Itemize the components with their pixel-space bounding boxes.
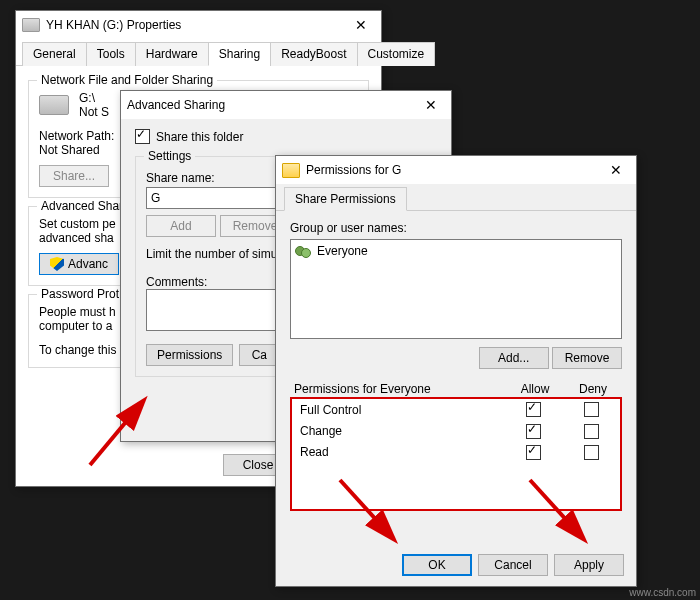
everyone-label: Everyone bbox=[317, 244, 368, 258]
properties-tabs: General Tools Hardware Sharing ReadyBoos… bbox=[16, 41, 381, 66]
advanced-sharing-button-label: Advanc bbox=[68, 257, 108, 271]
perm-name: Change bbox=[292, 420, 504, 441]
deny-checkbox[interactable] bbox=[584, 424, 599, 439]
tab-tools[interactable]: Tools bbox=[86, 42, 136, 66]
permissions-highlight: Full ControlChangeRead bbox=[290, 397, 622, 511]
perm-ok-button[interactable]: OK bbox=[402, 554, 472, 576]
remove-user-button[interactable]: Remove bbox=[552, 347, 622, 369]
allow-checkbox[interactable] bbox=[526, 402, 541, 417]
tab-general[interactable]: General bbox=[22, 42, 87, 66]
tab-hardware[interactable]: Hardware bbox=[135, 42, 209, 66]
allow-checkbox[interactable] bbox=[526, 424, 541, 439]
permissions-title: Permissions for G bbox=[306, 163, 602, 177]
perm-row: Full Control bbox=[292, 399, 620, 420]
allow-checkbox[interactable] bbox=[526, 445, 541, 460]
network-path-value: Not Shared bbox=[39, 143, 100, 157]
drive-icon-large bbox=[39, 95, 69, 115]
perm-row: Change bbox=[292, 420, 620, 441]
perm-cancel-button[interactable]: Cancel bbox=[478, 554, 548, 576]
permissions-tabs: Share Permissions bbox=[276, 186, 636, 211]
group-network-sharing-legend: Network File and Folder Sharing bbox=[37, 73, 217, 87]
properties-title: YH KHAN (G:) Properties bbox=[46, 18, 347, 32]
group-password-legend: Password Prot bbox=[37, 287, 123, 301]
drive-path: G:\ bbox=[79, 91, 109, 105]
settings-legend: Settings bbox=[144, 149, 195, 163]
perm-apply-button[interactable]: Apply bbox=[554, 554, 624, 576]
permissions-titlebar[interactable]: Permissions for G ✕ bbox=[276, 156, 636, 184]
network-path-label: Network Path: bbox=[39, 129, 114, 143]
tab-sharing[interactable]: Sharing bbox=[208, 42, 271, 66]
deny-header: Deny bbox=[564, 379, 622, 399]
close-icon[interactable]: ✕ bbox=[602, 159, 630, 181]
permissions-window: Permissions for G ✕ Share Permissions Gr… bbox=[275, 155, 637, 587]
shield-icon bbox=[50, 257, 64, 271]
group-advanced-sharing-legend: Advanced Shar bbox=[37, 199, 127, 213]
permissions-button[interactable]: Permissions bbox=[146, 344, 233, 366]
group-icon bbox=[295, 244, 311, 258]
allow-header: Allow bbox=[506, 379, 564, 399]
tab-customize[interactable]: Customize bbox=[357, 42, 436, 66]
add-share-button[interactable]: Add bbox=[146, 215, 216, 237]
group-user-list[interactable]: Everyone bbox=[290, 239, 622, 339]
perm-row: Read bbox=[292, 442, 620, 463]
share-folder-checkbox[interactable] bbox=[135, 129, 150, 144]
permissions-for-label: Permissions for Everyone bbox=[290, 379, 506, 399]
close-icon[interactable]: ✕ bbox=[347, 14, 375, 36]
share-folder-label: Share this folder bbox=[156, 130, 243, 144]
advanced-sharing-titlebar[interactable]: Advanced Sharing ✕ bbox=[121, 91, 451, 119]
properties-titlebar[interactable]: YH KHAN (G:) Properties ✕ bbox=[16, 11, 381, 39]
drive-icon bbox=[22, 18, 40, 32]
perm-name: Full Control bbox=[292, 399, 504, 420]
share-button[interactable]: Share... bbox=[39, 165, 109, 187]
list-item-everyone[interactable]: Everyone bbox=[295, 244, 617, 258]
group-user-names-label: Group or user names: bbox=[290, 221, 622, 235]
deny-checkbox[interactable] bbox=[584, 402, 599, 417]
tab-share-permissions[interactable]: Share Permissions bbox=[284, 187, 407, 211]
tab-readyboost[interactable]: ReadyBoost bbox=[270, 42, 357, 66]
close-icon[interactable]: ✕ bbox=[417, 94, 445, 116]
folder-icon bbox=[282, 163, 300, 178]
advanced-sharing-button[interactable]: Advanc bbox=[39, 253, 119, 275]
drive-status: Not S bbox=[79, 105, 109, 119]
perm-name: Read bbox=[292, 442, 504, 463]
share-folder-checkbox-row[interactable]: Share this folder bbox=[135, 129, 437, 144]
add-user-button[interactable]: Add... bbox=[479, 347, 549, 369]
deny-checkbox[interactable] bbox=[584, 445, 599, 460]
watermark: www.csdn.com bbox=[629, 587, 696, 598]
advanced-sharing-title: Advanced Sharing bbox=[127, 98, 417, 112]
caching-button[interactable]: Ca bbox=[239, 344, 279, 366]
